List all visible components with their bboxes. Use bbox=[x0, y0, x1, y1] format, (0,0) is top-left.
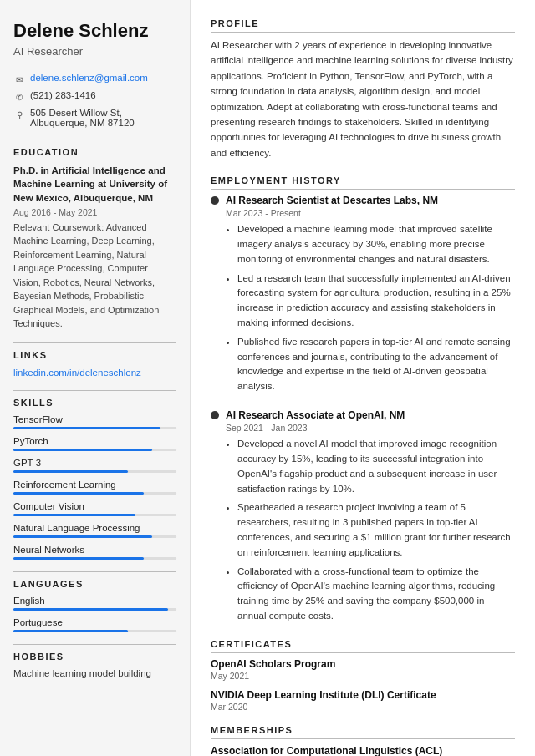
job-bullet: Spearheaded a research project involving… bbox=[237, 500, 515, 560]
language-bar bbox=[13, 608, 176, 611]
employment-section-title: EMPLOYMENT HISTORY bbox=[211, 175, 515, 190]
certificates-list: OpenAI Scholars Program May 2021 NVIDIA … bbox=[211, 658, 515, 712]
skill-bar-fill bbox=[13, 470, 128, 473]
skill-bar-fill bbox=[13, 427, 160, 429]
skill-name: GPT-3 bbox=[13, 458, 176, 468]
contact-phone-row: ✆ (521) 283-1416 bbox=[13, 90, 176, 103]
education-date: Aug 2016 - May 2021 bbox=[13, 207, 176, 217]
job-date: Mar 2023 - Present bbox=[226, 208, 515, 218]
email-link[interactable]: delene.schlenz@gmail.com bbox=[30, 73, 148, 83]
skill-name: Natural Language Processing bbox=[13, 523, 176, 533]
skill-item: Neural Networks bbox=[13, 545, 176, 560]
languages-divider bbox=[13, 571, 176, 572]
sidebar: Delene Schlenz AI Researcher ✉ delene.sc… bbox=[0, 0, 191, 756]
job-bullet: Led a research team that successfully im… bbox=[237, 271, 515, 331]
skill-bar bbox=[13, 427, 176, 429]
job-dot bbox=[211, 196, 219, 205]
skill-name: Reinforcement Learning bbox=[13, 479, 176, 490]
email-icon: ✉ bbox=[13, 74, 25, 85]
skill-bar bbox=[13, 557, 176, 560]
job-bullet: Collaborated with a cross-functional tea… bbox=[237, 565, 515, 624]
certificate-item: OpenAI Scholars Program May 2021 bbox=[211, 658, 515, 681]
languages-section-title: LANGUAGES bbox=[13, 579, 176, 589]
skill-item: Natural Language Processing bbox=[13, 523, 176, 538]
job-title-row: AI Research Scientist at Descartes Labs,… bbox=[211, 195, 515, 206]
skill-bar bbox=[13, 514, 176, 516]
certificate-date: Mar 2020 bbox=[211, 702, 515, 712]
job-bullets: Developed a machine learning model that … bbox=[226, 222, 515, 394]
address-text: 505 Desert Willow St, Albuquerque, NM 87… bbox=[30, 108, 176, 128]
skill-bar bbox=[13, 449, 176, 451]
skill-name: TensorFlow bbox=[13, 414, 176, 424]
job-item: AI Research Scientist at Descartes Labs,… bbox=[211, 195, 515, 394]
skill-name: PyTorch bbox=[13, 436, 176, 446]
education-section-title: EDUCATION bbox=[13, 147, 176, 157]
membership-item: Association for Computational Linguistic… bbox=[211, 744, 515, 756]
profile-text: AI Researcher with 2 years of experience… bbox=[211, 38, 515, 160]
memberships-list: Association for Computational Linguistic… bbox=[211, 744, 515, 756]
linkedin-link[interactable]: linkedin.com/in/deleneschlenz bbox=[13, 368, 141, 378]
contact-address-row: ⚲ 505 Desert Willow St, Albuquerque, NM … bbox=[13, 108, 176, 128]
skill-item: Computer Vision bbox=[13, 501, 176, 516]
skill-item: TensorFlow bbox=[13, 414, 176, 429]
skill-bar-fill bbox=[13, 492, 144, 495]
certificate-name: NVIDIA Deep Learning Institute (DLI) Cer… bbox=[211, 689, 515, 701]
memberships-section-title: MEMBERSHIPS bbox=[211, 725, 515, 739]
profile-section: PROFILE AI Researcher with 2 years of ex… bbox=[211, 18, 515, 160]
skill-name: Neural Networks bbox=[13, 545, 176, 555]
location-icon: ⚲ bbox=[13, 109, 25, 120]
profile-section-title: PROFILE bbox=[211, 18, 515, 33]
job-title: AI Research Associate at OpenAI, NM bbox=[226, 409, 405, 421]
job-bullet: Developed a novel AI model that improved… bbox=[237, 437, 515, 496]
skill-bar-fill bbox=[13, 557, 144, 560]
phone-text: (521) 283-1416 bbox=[30, 90, 96, 100]
language-item: Portuguese bbox=[13, 617, 176, 632]
skill-bar-fill bbox=[13, 535, 152, 538]
certificate-name: OpenAI Scholars Program bbox=[211, 658, 515, 670]
job-date: Sep 2021 - Jan 2023 bbox=[226, 423, 515, 433]
candidate-title: AI Researcher bbox=[13, 45, 176, 58]
hobbies-section-title: HOBBIES bbox=[13, 652, 176, 662]
main-content: PROFILE AI Researcher with 2 years of ex… bbox=[191, 0, 535, 756]
education-degree: Ph.D. in Artificial Intelligence and Mac… bbox=[13, 164, 176, 204]
job-bullet: Published five research papers in top-ti… bbox=[237, 335, 515, 394]
certificate-item: NVIDIA Deep Learning Institute (DLI) Cer… bbox=[211, 689, 515, 712]
job-bullets: Developed a novel AI model that improved… bbox=[226, 437, 515, 624]
job-title-row: AI Research Associate at OpenAI, NM bbox=[211, 409, 515, 421]
skills-divider bbox=[13, 390, 176, 391]
employment-list: AI Research Scientist at Descartes Labs,… bbox=[211, 195, 515, 624]
skill-bar bbox=[13, 535, 176, 538]
skill-bar bbox=[13, 470, 176, 473]
skill-name: Computer Vision bbox=[13, 501, 176, 511]
links-section: linkedin.com/in/deleneschlenz bbox=[13, 367, 176, 378]
skill-bar-fill bbox=[13, 514, 135, 516]
contact-email-row: ✉ delene.schlenz@gmail.com bbox=[13, 73, 176, 85]
language-name: Portuguese bbox=[13, 617, 176, 627]
language-name: English bbox=[13, 596, 176, 606]
job-item: AI Research Associate at OpenAI, NM Sep … bbox=[211, 409, 515, 624]
education-divider bbox=[13, 140, 176, 140]
skill-bar-fill bbox=[13, 449, 152, 451]
skills-section-title: SKILLS bbox=[13, 398, 176, 408]
phone-icon: ✆ bbox=[13, 91, 25, 103]
languages-list: English Portuguese bbox=[13, 596, 176, 632]
hobbies-divider bbox=[13, 644, 176, 645]
skill-item: PyTorch bbox=[13, 436, 176, 451]
skill-item: Reinforcement Learning bbox=[13, 479, 176, 495]
education-coursework: Relevant Coursework: Advanced Machine Le… bbox=[13, 221, 176, 331]
job-title: AI Research Scientist at Descartes Labs,… bbox=[226, 195, 438, 206]
language-bar bbox=[13, 630, 176, 632]
certificate-date: May 2021 bbox=[211, 671, 515, 681]
language-bar-fill bbox=[13, 608, 168, 611]
hobbies-item: Machine learning model building bbox=[13, 668, 176, 678]
skills-list: TensorFlow PyTorch GPT-3 Reinforcement L… bbox=[13, 414, 176, 560]
links-section-title: LINKS bbox=[13, 350, 176, 360]
language-bar-fill bbox=[13, 630, 128, 632]
skill-item: GPT-3 bbox=[13, 458, 176, 473]
memberships-section: MEMBERSHIPS Association for Computationa… bbox=[211, 725, 515, 756]
skill-bar bbox=[13, 492, 176, 495]
links-divider bbox=[13, 342, 176, 343]
certificates-section-title: CERTIFICATES bbox=[211, 639, 515, 653]
language-item: English bbox=[13, 596, 176, 611]
employment-section: EMPLOYMENT HISTORY AI Research Scientist… bbox=[211, 175, 515, 624]
